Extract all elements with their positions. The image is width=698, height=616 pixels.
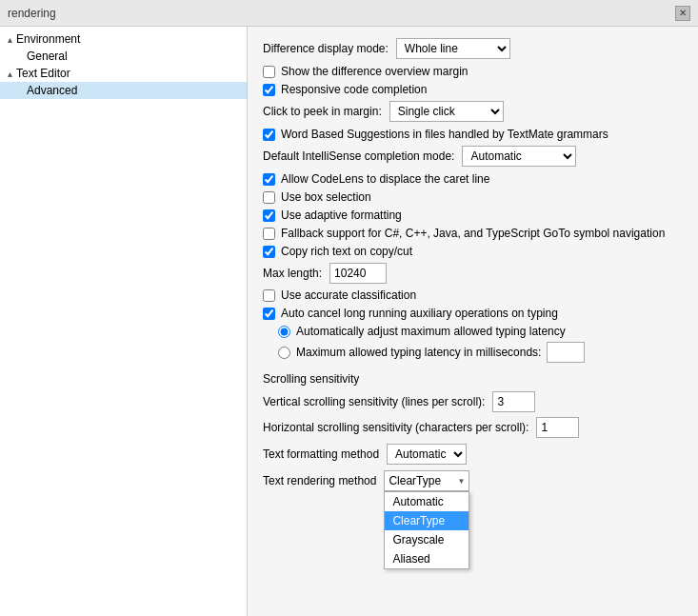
text-rendering-dropdown-container: ClearType ▼ Automatic ClearType Grayscal… <box>384 470 469 491</box>
codelens-label: Allow CodeLens to displace the caret lin… <box>281 172 489 186</box>
dropdown-option-automatic[interactable]: Automatic <box>385 492 469 511</box>
accurate-classification-checkbox[interactable] <box>263 289 275 302</box>
copy-rich-text-label: Copy rich text on copy/cut <box>281 245 412 258</box>
word-based-checkbox[interactable] <box>263 129 275 141</box>
text-rendering-label: Text rendering method <box>263 474 376 487</box>
auto-adjust-radio-row: Automatically adjust maximum allowed typ… <box>263 325 683 338</box>
max-length-row: Max length: <box>263 263 683 284</box>
max-length-input[interactable] <box>329 263 387 284</box>
accurate-classification-label: Use accurate classification <box>281 288 416 302</box>
difference-display-dropdown[interactable]: Whole line <box>396 38 510 59</box>
show-difference-label: Show the difference overview margin <box>281 65 469 78</box>
responsive-code-checkbox[interactable] <box>263 84 275 96</box>
scrolling-section-label: Scrolling sensitivity <box>263 372 683 386</box>
horizontal-scroll-row: Horizontal scrolling sensitivity (charac… <box>263 417 683 438</box>
max-length-label: Max length: <box>263 267 322 280</box>
copy-rich-text-row: Copy rich text on copy/cut <box>263 245 683 258</box>
text-formatting-dropdown[interactable]: Automatic <box>387 444 467 465</box>
vertical-scroll-input[interactable] <box>492 391 535 412</box>
responsive-code-row: Responsive code completion <box>263 83 683 96</box>
text-formatting-row: Text formatting method Automatic <box>263 444 683 465</box>
sidebar-item-environment[interactable]: ▴ Environment <box>0 30 247 48</box>
intellisense-dropdown[interactable]: Automatic <box>462 146 576 167</box>
title-bar: rendering ✕ <box>0 0 698 27</box>
max-allowed-radio-row: Maximum allowed typing latency in millis… <box>263 342 683 363</box>
sidebar: ▴ Environment General ▴ Text Editor Adva… <box>0 27 248 616</box>
text-rendering-selected-value: ClearType <box>389 474 441 487</box>
text-formatting-label: Text formatting method <box>263 447 379 461</box>
copy-rich-text-checkbox[interactable] <box>263 246 275 258</box>
dropdown-option-grayscale[interactable]: Grayscale <box>385 530 469 549</box>
expand-arrow-text-editor: ▴ <box>8 69 12 79</box>
accurate-classification-row: Use accurate classification <box>263 288 683 302</box>
box-selection-label: Use box selection <box>281 190 371 204</box>
dropdown-arrow: ▼ <box>457 477 465 486</box>
adaptive-formatting-row: Use adaptive formatting <box>263 209 683 222</box>
auto-adjust-radio[interactable] <box>278 326 290 338</box>
click-peek-label: Click to peek in margin: <box>263 105 382 118</box>
auto-cancel-row: Auto cancel long running auxiliary opera… <box>263 307 683 320</box>
difference-display-label: Difference display mode: <box>263 42 389 55</box>
show-difference-checkbox[interactable] <box>263 66 275 78</box>
codelens-row: Allow CodeLens to displace the caret lin… <box>263 172 683 186</box>
horizontal-scroll-label: Horizontal scrolling sensitivity (charac… <box>263 421 528 434</box>
responsive-code-label: Responsive code completion <box>281 83 427 96</box>
show-difference-row: Show the difference overview margin <box>263 65 683 78</box>
text-rendering-row: Text rendering method ClearType ▼ Automa… <box>263 470 683 491</box>
sidebar-item-general[interactable]: General <box>0 48 247 65</box>
word-based-row: Word Based Suggestions in files handled … <box>263 128 683 141</box>
codelens-checkbox[interactable] <box>263 173 275 186</box>
sidebar-label-general: General <box>27 50 68 63</box>
max-allowed-radio[interactable] <box>278 347 290 359</box>
box-selection-row: Use box selection <box>263 190 683 204</box>
expand-arrow-environment: ▴ <box>8 34 12 45</box>
window: rendering ✕ ▴ Environment General ▴ Text… <box>0 0 698 616</box>
sidebar-label-environment: Environment <box>16 32 80 46</box>
auto-cancel-label: Auto cancel long running auxiliary opera… <box>281 307 558 320</box>
intellisense-label: Default IntelliSense completion mode: <box>263 149 454 163</box>
content-area: ▴ Environment General ▴ Text Editor Adva… <box>0 27 698 616</box>
fallback-support-label: Fallback support for C#, C++, Java, and … <box>281 227 665 240</box>
click-peek-dropdown[interactable]: Single click <box>389 101 504 122</box>
close-button[interactable]: ✕ <box>675 6 690 21</box>
main-panel: Difference display mode: Whole line Show… <box>248 27 698 616</box>
difference-display-row: Difference display mode: Whole line <box>263 38 683 59</box>
sidebar-label-advanced: Advanced <box>27 84 77 97</box>
auto-adjust-radio-label: Automatically adjust maximum allowed typ… <box>296 325 566 338</box>
sidebar-label-text-editor: Text Editor <box>16 67 70 80</box>
horizontal-scroll-input[interactable] <box>536 417 579 438</box>
sidebar-item-advanced[interactable]: Advanced <box>0 82 247 99</box>
adaptive-formatting-checkbox[interactable] <box>263 209 275 222</box>
word-based-label: Word Based Suggestions in files handled … <box>281 128 608 141</box>
window-title: rendering <box>8 7 56 20</box>
text-rendering-dropdown-list: Automatic ClearType Grayscale Aliased <box>384 491 469 569</box>
box-selection-checkbox[interactable] <box>263 191 275 204</box>
auto-cancel-checkbox[interactable] <box>263 308 275 320</box>
max-allowed-input[interactable] <box>547 342 585 363</box>
intellisense-row: Default IntelliSense completion mode: Au… <box>263 146 683 167</box>
fallback-support-row: Fallback support for C#, C++, Java, and … <box>263 227 683 240</box>
sidebar-item-text-editor[interactable]: ▴ Text Editor <box>0 65 247 82</box>
vertical-scroll-row: Vertical scrolling sensitivity (lines pe… <box>263 391 683 412</box>
dropdown-option-aliased[interactable]: Aliased <box>385 549 469 568</box>
click-peek-row: Click to peek in margin: Single click <box>263 101 683 122</box>
dropdown-option-cleartype[interactable]: ClearType <box>385 511 469 530</box>
text-rendering-dropdown-button[interactable]: ClearType ▼ <box>384 470 469 491</box>
max-allowed-radio-label: Maximum allowed typing latency in millis… <box>296 346 541 359</box>
vertical-scroll-label: Vertical scrolling sensitivity (lines pe… <box>263 395 485 408</box>
adaptive-formatting-label: Use adaptive formatting <box>281 209 402 222</box>
fallback-support-checkbox[interactable] <box>263 228 275 240</box>
